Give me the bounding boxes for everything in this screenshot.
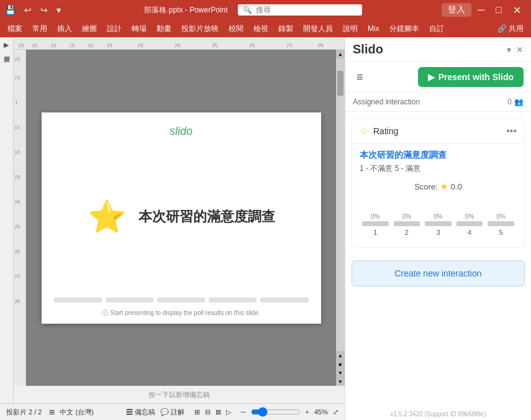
menu-slideshow[interactable]: 投影片放映 — [176, 22, 224, 36]
menu-share[interactable]: 🔗 共用 — [492, 22, 529, 36]
menu-animation[interactable]: 動畫 — [152, 22, 176, 36]
create-interaction-area: Create new interaction — [352, 260, 525, 286]
assigned-section: Assigned interaction 0 👥 — [345, 93, 531, 112]
bars-row: 0% 0% 0% 0% — [362, 201, 514, 226]
bar-pct-5: 0% — [496, 213, 505, 220]
slide-title: 本次研習的滿意度調查 — [138, 208, 275, 226]
notes-button[interactable]: ☰ 備忘稿 — [126, 408, 155, 417]
slido-logo: slido — [170, 125, 193, 138]
scroll-zoom-up[interactable]: ▲ — [336, 351, 345, 360]
zoom-out-btn[interactable]: ─ — [241, 408, 246, 416]
slide-add-note[interactable]: 按一下以新增備忘稿 — [14, 386, 345, 403]
rating-card-title-row: ☆ Rating — [360, 125, 398, 137]
bar-col-5: 0% — [488, 213, 514, 226]
search-box[interactable]: 🔍 — [238, 4, 362, 16]
title-bar: 💾 ↩ ↪ ▾ 部落格.pptx - PowerPoint 🔍 登入 ─ □ ✕ — [0, 0, 531, 20]
bar-1 — [362, 221, 389, 226]
undo-button[interactable]: ↩ — [20, 4, 35, 16]
slido-panel-toolbar: ≡ ▶ Present with Slido — [345, 62, 531, 93]
assigned-label: Assigned interaction — [353, 98, 420, 106]
view-slide[interactable]: ⊟ — [205, 408, 211, 416]
bar-col-4: 0% — [456, 213, 483, 226]
file-title: 部落格.pptx - PowerPoint — [144, 5, 227, 16]
panel-toggle-button[interactable]: ▶ — [2, 41, 11, 49]
main-area: ▶ 圖層 |2| |1| |1| |1| |1| |2| |3| |4| |5|… — [0, 37, 531, 420]
minimize-button[interactable]: ─ — [473, 3, 489, 17]
score-star-icon: ★ — [440, 181, 448, 191]
score-label: Score: — [414, 182, 438, 191]
bar-label-2: 2 — [394, 229, 420, 236]
zoom-slider[interactable] — [251, 407, 301, 417]
bar-3 — [425, 221, 452, 226]
menu-mix[interactable]: Mix — [363, 22, 384, 35]
slide[interactable]: slido ⭐ 本次研習的滿意度調查 — [42, 112, 321, 324]
menu-transition[interactable]: 轉場 — [127, 22, 152, 36]
slides-area: ▶ 圖層 |2| |1| |1| |1| |1| |2| |3| |4| |5|… — [0, 37, 345, 420]
menu-storyboard[interactable]: 分鏡腳本 — [384, 22, 424, 36]
menu-review[interactable]: 校閱 — [224, 22, 248, 36]
title-bar-left: 💾 ↩ ↪ ▾ — [5, 4, 65, 16]
slido-dropdown-btn[interactable]: ▾ — [507, 45, 511, 55]
scroll-zoom-center[interactable]: ■ — [336, 360, 345, 368]
slide-footer: ⓘ Start presenting to display the poll r… — [96, 303, 266, 324]
menu-record[interactable]: 錄製 — [273, 22, 298, 36]
redo-button[interactable]: ↪ — [37, 4, 52, 16]
scroll-zoom-down[interactable]: ▼ — [336, 368, 345, 377]
assigned-count: 0 👥 — [507, 98, 524, 106]
scroll-up-arrow[interactable]: ▲ — [336, 50, 345, 58]
menu-bar: 檔案 常用 插入 繪圖 設計 轉場 動畫 投影片放映 校閱 檢視 錄製 開發人員… — [0, 20, 531, 37]
slido-close-btn[interactable]: ✕ — [516, 45, 524, 55]
rating-star-icon: ☆ — [360, 125, 368, 137]
search-input[interactable] — [256, 6, 355, 14]
present-label: Present with Slido — [438, 72, 514, 82]
comments-button[interactable]: 💬 註解 — [160, 408, 184, 417]
bar-pct-3: 0% — [433, 213, 442, 220]
scroll-down-arrow[interactable]: ▼ — [336, 377, 345, 386]
close-button[interactable]: ✕ — [508, 3, 526, 17]
bar-label-4: 4 — [456, 229, 483, 236]
menu-insert[interactable]: 插入 — [52, 22, 77, 36]
rating-question: 本次研習的滿意度調查 — [360, 150, 517, 161]
rating-more-btn[interactable]: ••• — [506, 126, 517, 137]
maximize-button[interactable]: □ — [491, 3, 507, 17]
zoom-in-btn[interactable]: + — [306, 408, 309, 416]
star-icon-slide: ⭐ — [88, 199, 126, 235]
slide-display-area[interactable]: slido ⭐ 本次研習的滿意度調查 — [26, 50, 336, 386]
login-button[interactable]: 登入 — [442, 3, 471, 17]
menu-help[interactable]: 說明 — [338, 22, 363, 36]
bar-label-5: 5 — [488, 229, 514, 236]
score-value: 0.0 — [451, 182, 462, 191]
hamburger-menu-btn[interactable]: ≡ — [353, 70, 367, 85]
menu-design[interactable]: 設計 — [102, 22, 127, 36]
fit-page-btn[interactable]: ⤢ — [333, 408, 338, 416]
save-icon[interactable]: 💾 — [5, 5, 16, 15]
view-reading[interactable]: ⊠ — [216, 408, 221, 416]
menu-custom[interactable]: 自訂 — [424, 22, 449, 36]
bar-4 — [456, 221, 483, 226]
menu-file[interactable]: 檔案 — [2, 22, 27, 36]
menu-view[interactable]: 檢視 — [248, 22, 273, 36]
rating-card-body: 本次研習的滿意度調查 1 - 不滿意 5 - 滿意 Score: ★ 0.0 0… — [352, 144, 524, 247]
assigned-users-icon: 👥 — [514, 98, 524, 106]
menu-draw[interactable]: 繪圖 — [77, 22, 102, 36]
menu-developer[interactable]: 開發人員 — [298, 22, 338, 36]
slido-panel-header: Slido ▾ ✕ — [345, 37, 531, 62]
rating-scale: 1 - 不滿意 5 - 滿意 — [360, 163, 517, 174]
scroll-thumb[interactable] — [337, 71, 343, 96]
view-normal[interactable]: ⊞ — [194, 408, 200, 416]
slido-panel-title: Slido — [353, 42, 383, 57]
zoom-level: 45% — [314, 408, 328, 416]
rating-card-header: ☆ Rating ••• — [352, 119, 524, 144]
view-presenter[interactable]: ▷ — [226, 408, 231, 416]
quick-access-dropdown[interactable]: ▾ — [53, 4, 65, 16]
scroll-track[interactable] — [336, 58, 345, 351]
bar-col-3: 0% — [425, 213, 452, 226]
rating-score: Score: ★ 0.0 — [360, 181, 517, 191]
menu-home[interactable]: 常用 — [27, 22, 52, 36]
status-bar-right: ☰ 備忘稿 💬 註解 ⊞ ⊟ ⊠ ▷ ─ + 45% ⤢ — [126, 407, 338, 417]
bar-pct-4: 0% — [465, 213, 474, 220]
bar-label-3: 3 — [425, 229, 452, 236]
slide-scrollbar[interactable]: ▲ ▲ ■ ▼ ▼ — [336, 50, 345, 386]
create-interaction-btn[interactable]: Create new interaction — [352, 260, 525, 286]
present-with-slido-btn[interactable]: ▶ Present with Slido — [418, 67, 524, 87]
